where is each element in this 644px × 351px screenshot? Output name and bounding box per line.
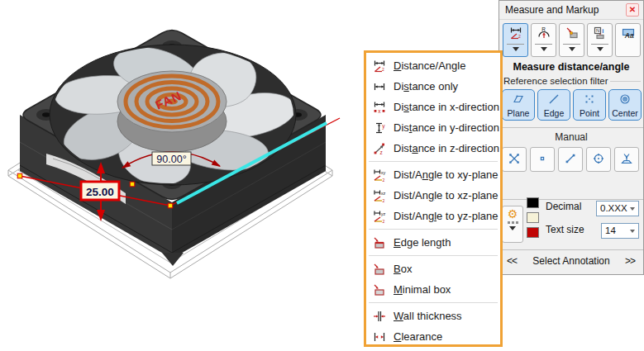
dist-angle-yz-icon: yz2 bbox=[372, 209, 387, 224]
filter-plane-button[interactable]: Plane bbox=[502, 89, 535, 121]
svg-text:2: 2 bbox=[383, 218, 385, 222]
distance-z-icon: z bbox=[372, 141, 387, 156]
svg-text:25.00: 25.00 bbox=[86, 186, 114, 198]
menu-item-distance-y[interactable]: y Distance in y-direction bbox=[366, 117, 500, 138]
reference-filter-buttons: Plane Edge Point Center bbox=[502, 89, 642, 121]
menu-item-label: Wall thickness bbox=[394, 310, 462, 322]
angle-dimension-label[interactable]: 90.00° bbox=[152, 152, 191, 165]
manual-point-plane-button[interactable] bbox=[614, 147, 639, 172]
chevron-down-icon[interactable] bbox=[597, 47, 603, 51]
menu-item-edge-length[interactable]: Edge length bbox=[366, 232, 500, 253]
decimal-dropdown[interactable]: 0.XXX bbox=[596, 201, 639, 216]
menu-item-label: Distance in x-direction bbox=[394, 101, 499, 113]
menu-separator bbox=[369, 229, 498, 230]
wall-thickness-icon bbox=[372, 309, 387, 324]
close-icon[interactable]: ✕ bbox=[626, 3, 639, 17]
measure-radius-icon: R bbox=[537, 26, 551, 42]
chevron-down-icon[interactable] bbox=[569, 47, 575, 51]
menu-item-distance-only[interactable]: Distance only bbox=[366, 76, 500, 97]
measure-and-markup-panel: Measure and Markup ✕ 2 R Ni Aa Measure d… bbox=[499, 0, 644, 275]
chevron-down-icon[interactable] bbox=[513, 47, 519, 51]
svg-text:i: i bbox=[602, 27, 603, 35]
menu-item-dist-angle-xy[interactable]: xy2 Dist/Angle to xy-plane bbox=[366, 164, 500, 185]
text-annotation-button[interactable]: Aa bbox=[615, 23, 641, 57]
fill-color-swatch[interactable] bbox=[527, 212, 539, 223]
measure-toolbar: 2 R Ni Aa bbox=[503, 23, 641, 57]
panel-divider bbox=[499, 249, 643, 250]
chevron-down-icon bbox=[630, 230, 635, 233]
border-color-swatch[interactable] bbox=[527, 227, 539, 238]
measure-distance-angle-button[interactable]: 2 bbox=[503, 23, 528, 57]
menu-item-label: Distance in y-direction bbox=[394, 121, 499, 134]
menu-item-dist-angle-xz[interactable]: xz2 Dist/Angle to xz-plane bbox=[366, 185, 500, 206]
distance-y-icon: y bbox=[372, 121, 387, 135]
svg-text:2: 2 bbox=[382, 66, 384, 71]
note-info-button[interactable]: Ni bbox=[587, 23, 613, 57]
menu-item-clearance[interactable]: Clearance bbox=[366, 326, 500, 347]
measure-radius-button[interactable]: R bbox=[531, 23, 556, 57]
point-plane-icon bbox=[620, 152, 633, 168]
menu-item-minimal-box[interactable]: Minimal box bbox=[366, 279, 500, 300]
manual-edge-button[interactable] bbox=[558, 147, 583, 172]
menu-item-label: Minimal box bbox=[394, 283, 451, 296]
point-icon bbox=[583, 92, 596, 108]
select-annotation-label: Select Annotation bbox=[499, 255, 643, 267]
manual-point-button[interactable] bbox=[530, 147, 555, 172]
note-info-icon: Ni bbox=[594, 26, 607, 42]
minimal-box-icon bbox=[372, 282, 387, 297]
manual-toolbar bbox=[502, 147, 639, 172]
distance-angle-icon: 2 bbox=[372, 59, 387, 74]
distance-x-icon: x bbox=[372, 100, 387, 115]
panel-title: Measure and Markup bbox=[499, 1, 643, 20]
decimal-label: Decimal bbox=[546, 201, 581, 212]
next-annotation-button[interactable]: >> bbox=[625, 255, 635, 267]
distance-only-icon bbox=[372, 79, 387, 94]
dist-angle-xz-icon: xz2 bbox=[372, 188, 387, 203]
menu-item-distance-x[interactable]: x Distance in x-direction bbox=[366, 97, 500, 117]
measure-context-menu: 2 Distance/Angle Distance only x Distanc… bbox=[364, 50, 503, 347]
svg-text:xy: xy bbox=[381, 169, 386, 174]
box-icon bbox=[372, 262, 387, 277]
chevron-down-icon[interactable] bbox=[541, 47, 547, 51]
text-size-dropdown[interactable]: 14 bbox=[601, 223, 639, 239]
center-icon bbox=[618, 92, 632, 108]
menu-item-distance-angle[interactable]: 2 Distance/Angle bbox=[366, 55, 500, 76]
measure-face-icon bbox=[565, 26, 579, 42]
svg-text:y: y bbox=[382, 122, 385, 129]
button-divider bbox=[535, 44, 552, 45]
manual-circle-button[interactable] bbox=[586, 147, 611, 172]
measure-face-button[interactable] bbox=[559, 23, 584, 57]
svg-text:2: 2 bbox=[383, 177, 385, 181]
section-title: Measure distance/angle bbox=[499, 61, 643, 73]
filter-center-button[interactable]: Center bbox=[608, 89, 642, 121]
filter-edge-button[interactable]: Edge bbox=[537, 89, 570, 121]
menu-item-box[interactable]: Box bbox=[366, 259, 500, 279]
filter-point-button[interactable]: Point bbox=[573, 89, 606, 121]
svg-text:yz: yz bbox=[381, 211, 386, 216]
edge-segment-icon bbox=[564, 152, 577, 168]
menu-separator bbox=[369, 302, 498, 303]
dots-icon bbox=[508, 221, 518, 224]
menu-item-label: Dist/Angle to yz-plane bbox=[394, 210, 498, 222]
color-swatches bbox=[527, 197, 539, 242]
gear-icon: ⚙ bbox=[508, 207, 518, 221]
groupbox-line bbox=[610, 81, 641, 82]
annotation-settings-button[interactable]: ⚙ bbox=[502, 206, 523, 243]
distance-dimension-label[interactable]: 25.00 bbox=[81, 182, 119, 200]
menu-item-distance-z[interactable]: z Distance in z-direction bbox=[366, 138, 500, 159]
menu-item-dist-angle-yz[interactable]: yz2 Dist/Angle to yz-plane bbox=[366, 206, 500, 226]
menu-item-wall-thickness[interactable]: Wall thickness bbox=[366, 306, 500, 326]
svg-text:Aa: Aa bbox=[623, 31, 633, 40]
menu-item-label: Box bbox=[394, 263, 412, 275]
menu-item-label: Distance only bbox=[394, 80, 458, 92]
text-color-swatch[interactable] bbox=[527, 197, 539, 208]
svg-text:N: N bbox=[595, 28, 599, 33]
chevron-down-icon[interactable] bbox=[509, 226, 516, 230]
panel-divider bbox=[499, 199, 643, 200]
button-divider bbox=[563, 44, 580, 45]
edge-icon bbox=[547, 92, 561, 108]
svg-text:xz: xz bbox=[381, 190, 386, 195]
menu-separator bbox=[369, 255, 498, 256]
manual-free-point-button[interactable] bbox=[502, 147, 527, 172]
panel-divider bbox=[499, 127, 643, 128]
